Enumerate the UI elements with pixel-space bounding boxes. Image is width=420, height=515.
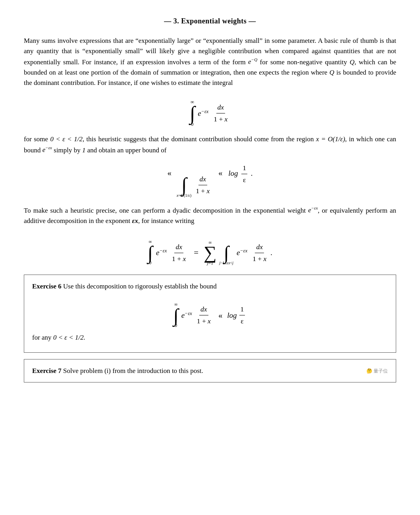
exercise-6-footer: for any 0 < ε < 1/2. [32, 332, 388, 343]
paragraph-1-text: Many sums involve expressions that are “… [24, 37, 396, 86]
exercise-6-text: Use this decomposition to rigorously est… [63, 282, 217, 290]
integral-3-block: ∞ ∫ 0 e−εx dx 1 + x = ∞ ∑ j=1 ∫ j−1≤εx<j… [24, 235, 396, 266]
exercise-7-label: Exercise 7 [32, 367, 62, 375]
exercise-6-formula: ∞ ∫ 0 e−εx dx 1 + x « log 1 ε [32, 298, 388, 329]
exercise-6-box: Exercise 6 Use this decomposition to rig… [24, 275, 396, 353]
paragraph-3: To make such a heuristic precise, one ca… [24, 205, 396, 226]
page-title: — 3. Exponential weights — [24, 16, 396, 27]
exercise-6-label: Exercise 6 [32, 282, 62, 290]
integral-2-block: « ∫ x=O(1/ε) dx 1 + x « log 1 ε . [24, 163, 396, 198]
integral-1-block: ∞ ∫ 0 e−εx dx 1 + x [24, 95, 396, 127]
paragraph-1: Many sums involve expressions that are “… [24, 36, 396, 88]
logo: 🤔 量子位 [366, 367, 388, 375]
paragraph-2: for some 0 < ε < 1/2, this heuristic sug… [24, 134, 396, 155]
exercise-6-content: Exercise 6 Use this decomposition to rig… [32, 281, 388, 292]
exercise-7-box: Exercise 7 Solve problem (i) from the in… [24, 359, 396, 382]
exercise-7-text: Solve problem (i) from the introduction … [63, 367, 203, 375]
